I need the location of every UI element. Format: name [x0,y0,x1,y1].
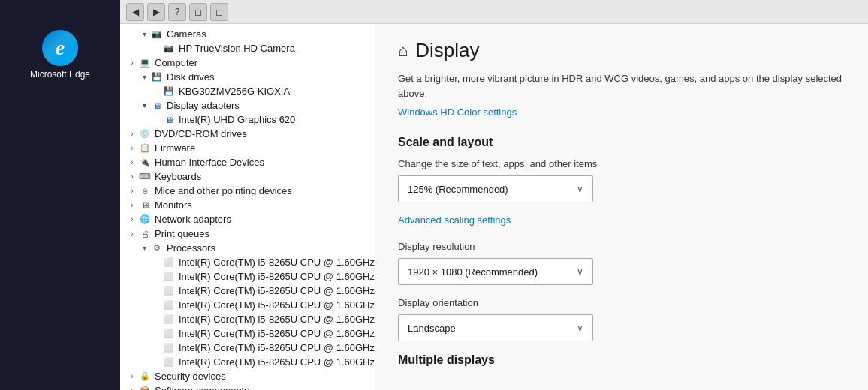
tree-item[interactable]: ›💿DVD/CD-ROM drives [120,127,375,141]
toolbar-btn1[interactable]: ◻ [189,3,207,21]
resolution-dropdown-container: 1920 × 1080 (Recommended) ∨ [398,258,845,285]
resolution-dropdown-value: 1920 × 1080 (Recommended) [408,266,538,278]
back-button[interactable]: ◀ [126,3,144,21]
expand-arrow: › [126,201,138,209]
expand-arrow: ▾ [138,73,150,81]
orientation-dropdown[interactable]: Landscape ∨ [398,314,593,341]
tree-node-icon: ⬜ [162,357,176,368]
tree-item[interactable]: ⬜Intel(R) Core(TM) i5-8265U CPU @ 1.60GH… [120,284,375,298]
tree-item[interactable]: ▾📷Cameras [120,27,375,41]
tree-item[interactable]: ›🔒Security devices [120,369,375,383]
tree-item[interactable]: ⬜Intel(R) Core(TM) i5-8265U CPU @ 1.60GH… [120,269,375,284]
tree-item[interactable]: ⬜Intel(R) Core(TM) i5-8265U CPU @ 1.60GH… [120,255,375,269]
tree-node-icon: 🖨 [138,229,152,239]
tree-item[interactable]: ›💻Computer [120,56,375,70]
tree-item[interactable]: ›🖱Mice and other pointing devices [120,184,375,198]
expand-arrow: › [126,187,138,195]
tree-item[interactable]: ›🖥Monitors [120,198,375,212]
tree-node-icon: ⬜ [162,257,176,268]
tree-node-icon: 📦 [138,386,152,391]
orientation-dropdown-container: Landscape ∨ [398,314,845,341]
resolution-dropdown[interactable]: 1920 × 1080 (Recommended) ∨ [398,258,593,285]
tree-node-icon: 📷 [150,29,164,40]
settings-panel: ⌂ Display Get a brighter, more vibrant p… [375,24,868,390]
tree-item[interactable]: ›🖨Print queues [120,226,375,241]
desktop-sidebar: e Microsoft Edge [0,0,120,390]
device-tree-panel[interactable]: ▾📷Cameras📷HP TrueVision HD Camera›💻Compu… [120,24,375,390]
tree-item[interactable]: ▾⚙Processors [120,241,375,255]
tree-item[interactable]: ⬜Intel(R) Core(TM) i5-8265U CPU @ 1.60GH… [120,326,375,340]
settings-title: Display [415,39,479,62]
tree-node-label: Print queues [155,228,209,239]
expand-arrow: ▾ [138,244,150,252]
expand-arrow: ▾ [138,101,150,110]
scale-dropdown-arrow: ∨ [577,184,583,194]
tree-node-label: Computer [155,57,197,68]
tree-node-label: Mice and other pointing devices [155,185,292,196]
tree-node-label: Human Interface Devices [155,157,264,168]
tree-node-label: Intel(R) Core(TM) i5-8265U CPU @ 1.60GHz [179,271,375,282]
tree-node-icon: ⌨ [138,172,152,182]
tree-node-label: Intel(R) Core(TM) i5-8265U CPU @ 1.60GHz [179,314,375,325]
help-button[interactable]: ? [168,3,186,21]
expand-arrow: › [126,158,138,166]
tree-item[interactable]: ▾💾Disk drives [120,70,375,84]
tree-item[interactable]: ›🔌Human Interface Devices [120,155,375,170]
toolbar: ◀ ▶ ? ◻ ◻ [120,0,868,24]
tree-node-icon: 💻 [138,58,152,68]
forward-button[interactable]: ▶ [147,3,165,21]
tree-node-icon: 📋 [138,143,152,154]
orientation-label: Display orientation [398,297,845,308]
tree-node-label: DVD/CD-ROM drives [155,128,247,140]
tree-item[interactable]: 📷HP TrueVision HD Camera [120,41,375,56]
tree-item[interactable]: ›📋Firmware [120,141,375,155]
tree-item[interactable]: ⬜Intel(R) Core(TM) i5-8265U CPU @ 1.60GH… [120,355,375,369]
scale-dropdown[interactable]: 125% (Recommended) ∨ [398,176,593,202]
tree-node-label: Intel(R) UHD Graphics 620 [179,114,295,125]
resolution-dropdown-arrow: ∨ [577,266,583,277]
main-window: ◀ ▶ ? ◻ ◻ ▾📷Cameras📷HP TrueVision HD Cam… [120,0,868,390]
scale-label: Change the size of text, apps, and other… [398,158,845,170]
tree-node-label: Intel(R) Core(TM) i5-8265U CPU @ 1.60GHz [179,299,375,310]
tree-item[interactable]: ›⌨Keyboards [120,170,375,184]
toolbar-btn2[interactable]: ◻ [210,3,228,21]
tree-node-icon: 📷 [162,44,176,54]
scale-dropdown-container: 125% (Recommended) ∨ [398,176,845,202]
edge-shortcut[interactable]: e Microsoft Edge [30,30,90,80]
tree-node-label: Security devices [155,370,226,382]
tree-node-label: Monitors [155,200,192,211]
scale-dropdown-value: 125% (Recommended) [408,184,508,195]
tree-node-icon: 🖥 [138,200,152,211]
expand-arrow: › [126,172,138,181]
orientation-dropdown-value: Landscape [408,322,456,334]
tree-node-label: Disk drives [167,71,215,82]
tree-item[interactable]: ›📦Software components [120,383,375,390]
expand-arrow: › [126,130,138,138]
tree-item[interactable]: ⬜Intel(R) Core(TM) i5-8265U CPU @ 1.60GH… [120,298,375,312]
hd-color-link[interactable]: Windows HD Color settings [398,106,845,118]
tree-node-icon: 🌐 [138,214,152,225]
tree-node-label: Keyboards [155,171,201,182]
tree-item[interactable]: ⬜Intel(R) Core(TM) i5-8265U CPU @ 1.60GH… [120,312,375,326]
expand-arrow: › [126,386,138,390]
tree-node-label: KBG30ZMV256G KIOXIA [179,86,290,97]
expand-arrow: ▾ [138,30,150,38]
tree-node-icon: 🖥 [150,100,164,111]
tree-node-label: Cameras [167,28,206,40]
tree-node-icon: ⬜ [162,272,176,282]
edge-icon: e [42,30,78,66]
tree-item[interactable]: ⬜Intel(R) Core(TM) i5-8265U CPU @ 1.60GH… [120,340,375,355]
content-area: ▾📷Cameras📷HP TrueVision HD Camera›💻Compu… [120,24,868,390]
tree-node-icon: 💾 [162,86,176,97]
tree-node-icon: ⚙ [150,243,164,254]
tree-item[interactable]: 🖥Intel(R) UHD Graphics 620 [120,112,375,127]
edge-label: Microsoft Edge [30,69,90,80]
tree-node-icon: 💾 [150,72,164,82]
tree-item[interactable]: ›🌐Network adapters [120,212,375,226]
scale-section-title: Scale and layout [398,136,845,149]
advanced-scaling-link[interactable]: Advanced scaling settings [398,214,845,226]
tree-item[interactable]: ▾🖥Display adapters [120,98,375,112]
tree-node-label: HP TrueVision HD Camera [179,43,295,54]
tree-item[interactable]: 💾KBG30ZMV256G KIOXIA [120,84,375,98]
tree-node-label: Firmware [155,142,195,154]
